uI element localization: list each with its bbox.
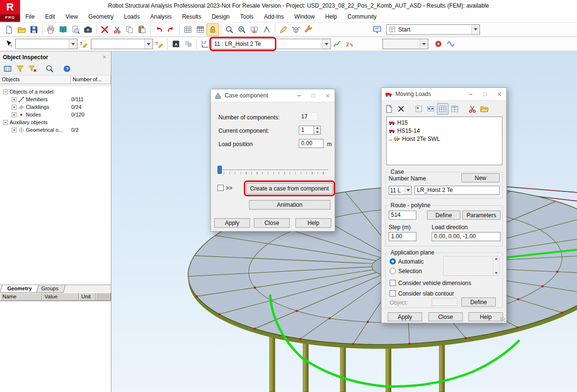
display-attributes-button[interactable] [170,38,182,50]
menu-tools[interactable]: Tools [235,12,259,21]
route-parameters-button[interactable]: Parameters [462,211,501,220]
help-button[interactable] [61,63,73,74]
resize-grip[interactable] [501,317,505,322]
save-button[interactable] [28,23,40,36]
tree-item-claddings[interactable]: Claddings 0/24 [0,103,111,111]
screen-capture-button[interactable] [82,23,94,36]
expand-icon[interactable] [11,105,17,110]
sketch-button[interactable] [277,23,290,36]
apply-button[interactable]: Apply [214,218,250,228]
maximize-button[interactable] [306,89,320,102]
spin-up-button[interactable] [314,126,320,130]
tab-groups[interactable]: Groups [34,285,66,293]
tree-item-objects-of-model[interactable]: Objects of a model [0,88,111,95]
new-project-button[interactable] [3,23,15,36]
moving-loads-titlebar[interactable]: Moving Loads [381,88,506,101]
diagram-wave-button[interactable] [445,38,457,50]
lock-results-button[interactable] [207,23,219,36]
automatic-radio[interactable] [390,258,396,265]
component-step-button[interactable] [343,38,356,50]
tree-item-geometrical-objects[interactable]: Geometrical o... 0/2 [0,126,111,134]
view-cell-button[interactable] [413,103,425,115]
expand-icon[interactable] [11,97,17,102]
zoom-window-button[interactable] [248,23,261,36]
inspector-frame-button[interactable] [2,63,13,74]
route-number-input[interactable]: 514 [389,211,416,220]
section-shape-button[interactable] [432,38,445,50]
column-number[interactable]: Number of... [71,75,111,84]
help-button[interactable]: Help [295,218,331,228]
animation-button[interactable]: Animation [249,200,330,210]
select-query-button[interactable] [3,38,15,50]
vehicle-list[interactable]: H15 HS15-14 → Hoist 2Te SWL [386,117,502,165]
collapse-icon[interactable] [3,89,8,95]
help-button[interactable]: Help [468,312,503,321]
table-view-button[interactable] [194,23,207,36]
scroll-down-icon[interactable] [495,272,498,274]
selection-scrollbar[interactable] [493,256,499,275]
property-grid-body[interactable] [0,301,111,392]
view-direction-button[interactable] [261,23,273,36]
menu-help[interactable]: Help [320,12,342,21]
clear-filter-button[interactable] [27,63,38,74]
menu-window[interactable]: Window [289,12,320,21]
preferences-button[interactable] [302,23,315,36]
load-direction-input[interactable]: 0.00, 0.00, -1.00 [432,232,501,241]
column-name[interactable]: Name [0,293,42,301]
position-slider[interactable] [218,166,328,176]
expand-icon[interactable] [11,112,17,117]
delete-vehicle-button[interactable] [395,103,407,115]
node-selection-combo[interactable] [15,39,77,49]
copy-button[interactable] [123,23,136,36]
spin-down-button[interactable] [314,130,320,135]
load-case-selector[interactable]: 11 : LR_Hoist 2 Te [211,39,331,49]
member-selection-arrow[interactable] [144,39,152,49]
redo-button[interactable] [165,23,177,36]
column-objects[interactable]: Objects [0,75,71,84]
new-vehicle-button[interactable] [383,103,395,115]
create-case-button[interactable]: Create a case from component [246,183,333,194]
menu-geometry[interactable]: Geometry [83,12,119,21]
vehicle-item-h15[interactable]: H15 [387,118,502,127]
menu-results[interactable]: Results [177,12,207,21]
layout-selector[interactable]: Start [386,24,480,35]
maximize-button[interactable] [478,88,492,100]
zoom-button[interactable] [223,23,236,36]
numbering-button[interactable] [199,38,211,50]
selection-radio[interactable] [390,268,396,274]
cut-button[interactable] [111,23,123,36]
paste-button[interactable] [136,23,148,36]
slider-thumb[interactable] [218,166,222,174]
tab-geometry[interactable]: Geometry [0,285,39,293]
node-selection-arrow[interactable] [69,39,77,49]
tables-button[interactable] [182,23,194,36]
zoom-in-button[interactable] [236,23,248,36]
mode-combo-arrow[interactable] [420,39,428,49]
print-button[interactable] [44,23,57,36]
vehicle-item-hoist-2te[interactable]: → Hoist 2Te SWL [387,135,502,143]
menu-loads[interactable]: Loads [119,12,145,21]
view-two-cells-button[interactable] [425,103,436,115]
view-manager-button[interactable] [371,23,383,36]
view-grid-button[interactable] [437,103,448,115]
new-case-button[interactable]: New [461,173,500,182]
vehicle-item-hs15-14[interactable]: HS15-14 [387,127,502,135]
load-route-button[interactable] [331,38,343,50]
current-component-spinner[interactable]: 1 [299,126,321,135]
menu-analysis[interactable]: Analysis [145,12,177,21]
search-button[interactable] [44,63,55,74]
member-query-button[interactable] [153,38,165,50]
load-case-selector-arrow[interactable] [322,39,330,49]
dynamic-view-button[interactable] [290,23,302,36]
column-unit[interactable]: Unit [79,293,96,301]
member-selection-combo[interactable] [91,39,153,49]
step-input[interactable]: 1.00 [389,232,416,241]
menu-community[interactable]: Community [342,12,382,21]
close-button[interactable] [492,88,506,100]
slider-track[interactable] [218,170,328,170]
apply-button[interactable]: Apply [388,312,422,321]
menu-view[interactable]: View [60,12,83,21]
current-component-value[interactable]: 1 [299,126,314,135]
case-number-arrow[interactable] [404,186,411,194]
panel-close-button[interactable] [100,53,108,61]
